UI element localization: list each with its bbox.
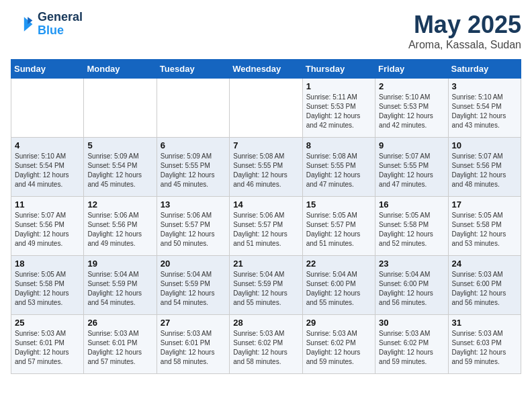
day-number: 21 <box>233 259 298 269</box>
calendar-cell: 24Sunrise: 5:03 AM Sunset: 6:00 PM Dayli… <box>448 256 521 315</box>
logo-text: General Blue <box>38 11 83 38</box>
day-info: Sunrise: 5:03 AM Sunset: 6:01 PM Dayligh… <box>87 329 152 367</box>
day-number: 13 <box>161 199 226 210</box>
day-number: 8 <box>306 140 371 150</box>
calendar-cell: 1Sunrise: 5:11 AM Sunset: 5:53 PM Daylig… <box>302 79 375 138</box>
calendar-cell: 6Sunrise: 5:09 AM Sunset: 5:55 PM Daylig… <box>157 138 229 197</box>
day-info: Sunrise: 5:05 AM Sunset: 5:58 PM Dayligh… <box>379 211 444 248</box>
day-info: Sunrise: 5:04 AM Sunset: 5:59 PM Dayligh… <box>161 270 226 308</box>
day-info: Sunrise: 5:07 AM Sunset: 5:56 PM Dayligh… <box>452 152 517 189</box>
calendar-cell: 27Sunrise: 5:03 AM Sunset: 6:01 PM Dayli… <box>157 315 229 374</box>
week-row-4: 18Sunrise: 5:05 AM Sunset: 5:58 PM Dayli… <box>11 256 521 315</box>
day-number: 18 <box>15 259 80 269</box>
day-info: Sunrise: 5:05 AM Sunset: 5:58 PM Dayligh… <box>452 211 517 248</box>
calendar-cell: 19Sunrise: 5:04 AM Sunset: 5:59 PM Dayli… <box>84 256 157 315</box>
day-number: 9 <box>379 140 444 150</box>
header-row: SundayMondayTuesdayWednesdayThursdayFrid… <box>11 60 521 79</box>
calendar-cell: 2Sunrise: 5:10 AM Sunset: 5:53 PM Daylig… <box>375 79 448 138</box>
day-number: 25 <box>15 318 80 328</box>
calendar-cell: 17Sunrise: 5:05 AM Sunset: 5:58 PM Dayli… <box>448 197 521 256</box>
calendar-cell: 28Sunrise: 5:03 AM Sunset: 6:02 PM Dayli… <box>230 315 302 374</box>
calendar-cell: 16Sunrise: 5:05 AM Sunset: 5:58 PM Dayli… <box>375 197 448 256</box>
calendar-body: 1Sunrise: 5:11 AM Sunset: 5:53 PM Daylig… <box>11 79 521 374</box>
calendar-cell: 15Sunrise: 5:05 AM Sunset: 5:57 PM Dayli… <box>302 197 375 256</box>
calendar-subtitle: Aroma, Kassala, Sudan <box>408 39 521 51</box>
calendar-header: SundayMondayTuesdayWednesdayThursdayFrid… <box>11 60 521 79</box>
day-number: 3 <box>452 81 517 91</box>
calendar-cell: 23Sunrise: 5:04 AM Sunset: 6:00 PM Dayli… <box>375 256 448 315</box>
header-day-monday: Monday <box>84 60 157 79</box>
header-day-wednesday: Wednesday <box>230 60 302 79</box>
calendar-cell: 11Sunrise: 5:07 AM Sunset: 5:56 PM Dayli… <box>11 197 84 256</box>
day-info: Sunrise: 5:07 AM Sunset: 5:56 PM Dayligh… <box>15 211 80 248</box>
calendar-cell: 10Sunrise: 5:07 AM Sunset: 5:56 PM Dayli… <box>448 138 521 197</box>
day-info: Sunrise: 5:04 AM Sunset: 5:59 PM Dayligh… <box>87 270 152 308</box>
day-info: Sunrise: 5:04 AM Sunset: 6:00 PM Dayligh… <box>306 270 371 308</box>
day-info: Sunrise: 5:09 AM Sunset: 5:54 PM Dayligh… <box>87 152 152 189</box>
calendar-cell <box>84 79 157 138</box>
calendar-cell: 13Sunrise: 5:06 AM Sunset: 5:57 PM Dayli… <box>157 197 229 256</box>
day-number: 1 <box>306 81 371 91</box>
calendar-cell: 12Sunrise: 5:06 AM Sunset: 5:56 PM Dayli… <box>84 197 157 256</box>
day-info: Sunrise: 5:06 AM Sunset: 5:57 PM Dayligh… <box>161 211 226 248</box>
day-info: Sunrise: 5:11 AM Sunset: 5:53 PM Dayligh… <box>306 93 371 130</box>
day-number: 7 <box>233 140 298 150</box>
header-day-thursday: Thursday <box>302 60 375 79</box>
calendar-cell <box>230 79 302 138</box>
day-number: 24 <box>452 259 517 269</box>
header-day-tuesday: Tuesday <box>157 60 229 79</box>
day-number: 17 <box>452 199 517 210</box>
day-number: 28 <box>233 318 298 328</box>
day-number: 10 <box>452 140 517 150</box>
day-number: 5 <box>87 140 152 150</box>
day-info: Sunrise: 5:06 AM Sunset: 5:56 PM Dayligh… <box>87 211 152 248</box>
calendar-cell: 21Sunrise: 5:04 AM Sunset: 5:59 PM Dayli… <box>230 256 302 315</box>
logo: General Blue <box>11 11 83 38</box>
week-row-5: 25Sunrise: 5:03 AM Sunset: 6:01 PM Dayli… <box>11 315 521 374</box>
day-number: 30 <box>379 318 444 328</box>
calendar-cell: 9Sunrise: 5:07 AM Sunset: 5:55 PM Daylig… <box>375 138 448 197</box>
day-info: Sunrise: 5:10 AM Sunset: 5:54 PM Dayligh… <box>15 152 80 189</box>
day-number: 19 <box>87 259 152 269</box>
header-day-friday: Friday <box>375 60 448 79</box>
calendar-cell: 7Sunrise: 5:08 AM Sunset: 5:55 PM Daylig… <box>230 138 302 197</box>
day-info: Sunrise: 5:09 AM Sunset: 5:55 PM Dayligh… <box>161 152 226 189</box>
calendar-cell: 4Sunrise: 5:10 AM Sunset: 5:54 PM Daylig… <box>11 138 84 197</box>
day-number: 29 <box>306 318 371 328</box>
day-number: 15 <box>306 199 371 210</box>
day-info: Sunrise: 5:03 AM Sunset: 6:02 PM Dayligh… <box>379 329 444 367</box>
day-number: 23 <box>379 259 444 269</box>
day-info: Sunrise: 5:08 AM Sunset: 5:55 PM Dayligh… <box>233 152 298 189</box>
week-row-2: 4Sunrise: 5:10 AM Sunset: 5:54 PM Daylig… <box>11 138 521 197</box>
day-info: Sunrise: 5:06 AM Sunset: 5:57 PM Dayligh… <box>233 211 298 248</box>
day-info: Sunrise: 5:05 AM Sunset: 5:57 PM Dayligh… <box>306 211 371 248</box>
day-info: Sunrise: 5:03 AM Sunset: 6:02 PM Dayligh… <box>306 329 371 367</box>
day-number: 11 <box>15 199 80 210</box>
calendar-cell: 31Sunrise: 5:03 AM Sunset: 6:03 PM Dayli… <box>448 315 521 374</box>
calendar-cell: 22Sunrise: 5:04 AM Sunset: 6:00 PM Dayli… <box>302 256 375 315</box>
day-info: Sunrise: 5:04 AM Sunset: 5:59 PM Dayligh… <box>233 270 298 308</box>
calendar-cell: 25Sunrise: 5:03 AM Sunset: 6:01 PM Dayli… <box>11 315 84 374</box>
day-info: Sunrise: 5:03 AM Sunset: 6:01 PM Dayligh… <box>161 329 226 367</box>
week-row-3: 11Sunrise: 5:07 AM Sunset: 5:56 PM Dayli… <box>11 197 521 256</box>
calendar-cell: 30Sunrise: 5:03 AM Sunset: 6:02 PM Dayli… <box>375 315 448 374</box>
day-number: 31 <box>452 318 517 328</box>
calendar-cell: 3Sunrise: 5:10 AM Sunset: 5:54 PM Daylig… <box>448 79 521 138</box>
day-number: 2 <box>379 81 444 91</box>
day-info: Sunrise: 5:08 AM Sunset: 5:55 PM Dayligh… <box>306 152 371 189</box>
day-number: 22 <box>306 259 371 269</box>
day-info: Sunrise: 5:03 AM Sunset: 6:03 PM Dayligh… <box>452 329 517 367</box>
day-number: 26 <box>87 318 152 328</box>
day-number: 27 <box>161 318 226 328</box>
day-info: Sunrise: 5:03 AM Sunset: 6:00 PM Dayligh… <box>452 270 517 308</box>
day-info: Sunrise: 5:04 AM Sunset: 6:00 PM Dayligh… <box>379 270 444 308</box>
calendar-cell: 5Sunrise: 5:09 AM Sunset: 5:54 PM Daylig… <box>84 138 157 197</box>
calendar-table: SundayMondayTuesdayWednesdayThursdayFrid… <box>11 59 521 374</box>
day-number: 12 <box>87 199 152 210</box>
header-day-sunday: Sunday <box>11 60 84 79</box>
day-number: 20 <box>161 259 226 269</box>
day-info: Sunrise: 5:10 AM Sunset: 5:54 PM Dayligh… <box>452 93 517 130</box>
day-number: 6 <box>161 140 226 150</box>
page-header: General Blue May 2025 Aroma, Kassala, Su… <box>11 11 521 51</box>
day-number: 4 <box>15 140 80 150</box>
